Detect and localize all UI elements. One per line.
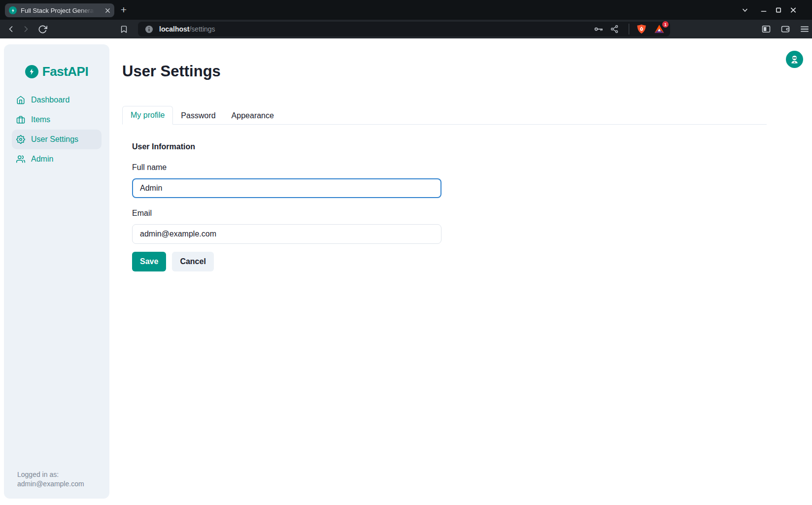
tab-close-icon[interactable] xyxy=(105,8,110,13)
section-title: User Information xyxy=(132,142,767,151)
email-label: Email xyxy=(132,209,767,218)
brave-shield-icon[interactable] xyxy=(636,23,647,35)
user-astronaut-icon xyxy=(789,54,800,65)
brand: FastAPI xyxy=(4,44,109,79)
toolbar-divider xyxy=(629,24,629,34)
forward-icon[interactable] xyxy=(20,23,32,35)
sidebar-item-label: Dashboard xyxy=(31,96,69,104)
profile-panel: User Information Full name Email Save Ca… xyxy=(122,125,767,271)
logged-in-email: admin@example.com xyxy=(17,479,84,489)
brave-rewards-icon[interactable]: 1 xyxy=(653,23,665,35)
sidebar-item-admin[interactable]: Admin xyxy=(12,149,102,169)
new-tab-button[interactable]: + xyxy=(118,4,130,16)
sidebar-item-items[interactable]: Items xyxy=(12,110,102,130)
logged-in-label: Logged in as: xyxy=(17,470,84,479)
browser-toolbar: localhost/settings 1 xyxy=(0,20,812,38)
tab-list: My profile Password Appearance xyxy=(122,106,767,125)
sidebar-item-user-settings[interactable]: User Settings xyxy=(12,130,102,149)
url-text: localhost/settings xyxy=(159,25,215,33)
tab-password[interactable]: Password xyxy=(173,107,223,125)
site-info-icon[interactable] xyxy=(145,25,153,34)
form-actions: Save Cancel xyxy=(132,252,767,271)
wallet-icon[interactable] xyxy=(780,24,791,34)
browser-tab[interactable]: Full Stack Project Genera xyxy=(5,3,114,17)
omnibox-icons: 1 xyxy=(593,23,665,35)
user-menu-button[interactable] xyxy=(786,51,803,68)
sidebar-item-label: Admin xyxy=(31,155,53,164)
sidebar-nav: Dashboard Items User Settings Admin xyxy=(4,90,109,169)
cancel-button[interactable]: Cancel xyxy=(172,252,213,271)
sidebar-footer: Logged in as: admin@example.com xyxy=(17,470,84,489)
close-window-icon[interactable] xyxy=(790,7,796,13)
minimize-icon[interactable] xyxy=(761,7,767,13)
browser-title-bar: Full Stack Project Genera + xyxy=(0,0,812,20)
sidebar: FastAPI Dashboard Items User Settings xyxy=(4,44,109,499)
sidebar-item-label: Items xyxy=(31,115,50,124)
window-controls xyxy=(742,0,796,20)
back-icon[interactable] xyxy=(5,23,17,35)
main-content: User Settings My profile Password Appear… xyxy=(122,38,767,271)
tab-title: Full Stack Project Genera xyxy=(21,7,95,14)
rewards-badge: 1 xyxy=(662,21,669,28)
reload-icon[interactable] xyxy=(36,23,48,35)
brand-name: FastAPI xyxy=(42,64,88,79)
page: FastAPI Dashboard Items User Settings xyxy=(0,38,812,505)
menu-hamburger-icon[interactable] xyxy=(799,24,810,34)
full-name-label: Full name xyxy=(132,163,767,172)
sidebar-item-label: User Settings xyxy=(31,135,78,144)
share-icon[interactable] xyxy=(609,24,620,34)
password-key-icon[interactable] xyxy=(593,24,604,34)
fastapi-logo-icon xyxy=(25,65,38,78)
tab-my-profile[interactable]: My profile xyxy=(122,106,173,125)
tab-search-chevron-icon[interactable] xyxy=(742,7,748,13)
users-icon xyxy=(16,155,25,164)
page-title: User Settings xyxy=(122,63,767,80)
url-bar[interactable]: localhost/settings 1 xyxy=(138,22,670,36)
url-path: /settings xyxy=(189,25,215,33)
full-name-input[interactable] xyxy=(132,178,441,198)
toolbar-right-icons xyxy=(761,20,810,38)
sidebar-panel-icon[interactable] xyxy=(761,24,772,34)
home-icon xyxy=(16,96,25,104)
briefcase-icon xyxy=(16,115,25,124)
save-button[interactable]: Save xyxy=(132,252,166,271)
fastapi-favicon-icon xyxy=(9,6,17,14)
email-input[interactable] xyxy=(132,224,441,244)
sidebar-item-dashboard[interactable]: Dashboard xyxy=(12,90,102,110)
gear-icon xyxy=(16,135,25,144)
bookmark-icon[interactable] xyxy=(118,23,130,35)
tab-appearance[interactable]: Appearance xyxy=(224,107,282,125)
url-host: localhost xyxy=(159,25,189,33)
maximize-icon[interactable] xyxy=(776,7,781,13)
